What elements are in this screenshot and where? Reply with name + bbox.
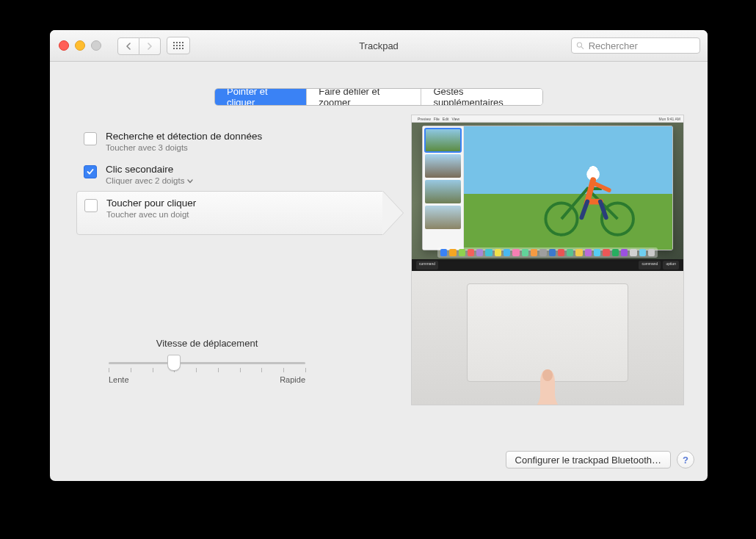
tab-0[interactable]: Pointer et cliquer <box>215 89 306 105</box>
dock-app-icon <box>504 249 510 256</box>
dock-app-icon <box>567 249 573 256</box>
keycap: command <box>416 261 438 270</box>
slider-min-label: Lente <box>109 375 129 384</box>
options-list: Recherche et détection de donnéesToucher… <box>76 125 383 235</box>
preview-desktop: PreviewFileEditView Mon 9:41 AM <box>412 115 683 259</box>
slider-tick <box>131 368 131 372</box>
dock-app-icon <box>594 249 600 256</box>
dock-app-icon <box>612 249 619 256</box>
tab-2[interactable]: Gestes supplémentaires <box>421 89 542 105</box>
option-checkbox-2[interactable] <box>84 199 98 212</box>
dock-app-icon <box>603 249 609 256</box>
dock-app-icon <box>558 249 564 256</box>
preview-photo-window <box>422 126 673 250</box>
dock-app-icon <box>485 249 492 256</box>
help-button[interactable]: ? <box>677 451 694 469</box>
preview-thumb <box>425 206 461 229</box>
search-field[interactable] <box>571 37 700 54</box>
finger-icon <box>531 366 564 405</box>
search-input[interactable] <box>587 40 695 52</box>
slider-line <box>109 362 305 364</box>
chevron-down-icon[interactable] <box>187 177 193 185</box>
zoom-window-button <box>91 40 101 51</box>
checkmark-icon <box>87 168 94 176</box>
content-area: Pointer et cliquerFaire défiler et zoome… <box>50 62 708 481</box>
traffic-lights <box>59 40 101 51</box>
gesture-preview: PreviewFileEditView Mon 9:41 AM <box>411 115 684 405</box>
option-row-1[interactable]: Clic secondaireCliquer avec 2 doigts <box>76 158 383 191</box>
slider-max-label: Rapide <box>280 375 305 384</box>
chevron-left-icon <box>126 43 131 50</box>
dock-app-icon <box>512 249 519 256</box>
slider-tick <box>196 368 197 372</box>
preview-thumb <box>425 154 461 178</box>
cyclist-icon <box>526 151 651 238</box>
tracking-speed-slider[interactable] <box>109 355 305 371</box>
preview-laptop-body <box>412 271 683 405</box>
dock-app-icon <box>639 249 646 256</box>
preview-thumb <box>425 129 461 152</box>
dock-app-icon <box>575 249 582 256</box>
preview-keyboard-row: commandcommandoption <box>412 259 683 271</box>
slider-knob[interactable] <box>167 355 181 371</box>
dock-app-icon <box>459 249 465 256</box>
option-checkbox-1[interactable] <box>84 165 97 178</box>
bottom-bar: Configurer le trackpad Bluetooth… ? <box>506 451 694 469</box>
svg-line-1 <box>581 47 584 49</box>
dock-app-icon <box>440 249 447 256</box>
dock-app-icon <box>531 249 537 256</box>
dock-app-icon <box>476 249 483 256</box>
slider-tick <box>240 368 241 372</box>
dock-app-icon <box>522 249 528 256</box>
option-title: Toucher pour cliquer <box>106 198 196 209</box>
dock-app-icon <box>495 249 501 256</box>
keycap: option <box>663 261 679 270</box>
slider-tick <box>261 368 262 372</box>
preferences-window: Trackpad Pointer et cliquerFaire défiler… <box>50 30 708 481</box>
tab-bar: Pointer et cliquerFaire défiler et zoome… <box>214 88 543 106</box>
option-checkbox-0[interactable] <box>84 132 97 145</box>
dock-app-icon <box>449 249 456 256</box>
titlebar: Trackpad <box>50 30 708 62</box>
preview-thumbnails <box>423 126 464 250</box>
dock-app-icon <box>539 249 546 256</box>
option-subtitle: Toucher avec 3 doigts <box>106 143 262 152</box>
dock-app-icon <box>549 249 556 256</box>
keycap: command <box>639 261 661 270</box>
dock-app-icon <box>585 249 592 256</box>
minimize-window-button[interactable] <box>75 40 85 51</box>
grid-icon <box>173 42 184 50</box>
preview-thumb <box>425 180 461 203</box>
dock-app-icon <box>468 249 474 256</box>
chevron-right-icon <box>147 43 153 50</box>
svg-point-0 <box>577 43 581 47</box>
slider-title: Vitesse de déplacement <box>109 338 305 349</box>
svg-point-5 <box>542 369 553 381</box>
nav-group <box>117 37 161 54</box>
preview-photo-main <box>464 126 672 250</box>
slider-tick <box>153 368 153 372</box>
back-button[interactable] <box>117 37 139 55</box>
configure-bluetooth-button[interactable]: Configurer le trackpad Bluetooth… <box>506 451 671 469</box>
tracking-speed-block: Vitesse de déplacement Lente Rapide <box>109 338 305 384</box>
option-subtitle: Toucher avec un doigt <box>106 210 196 219</box>
slider-tick <box>109 368 109 372</box>
tab-1[interactable]: Faire défiler et zoomer <box>306 89 421 105</box>
preview-dock <box>437 247 658 258</box>
option-row-0[interactable]: Recherche et détection de donnéesToucher… <box>76 125 383 158</box>
option-row-2[interactable]: Toucher pour cliquerToucher avec un doig… <box>76 191 383 235</box>
dock-app-icon <box>648 249 655 256</box>
dock-app-icon <box>621 249 628 256</box>
forward-button[interactable] <box>139 37 161 55</box>
dock-app-icon <box>630 249 636 256</box>
close-window-button[interactable] <box>59 40 69 51</box>
search-icon <box>576 41 584 50</box>
option-title: Clic secondaire <box>106 164 193 175</box>
slider-tick <box>218 368 219 372</box>
slider-tick <box>283 368 284 372</box>
option-title: Recherche et détection de données <box>106 131 262 142</box>
option-subtitle: Cliquer avec 2 doigts <box>106 176 193 185</box>
preview-menubar: PreviewFileEditView Mon 9:41 AM <box>412 115 683 123</box>
slider-labels: Lente Rapide <box>109 375 305 384</box>
show-all-button[interactable] <box>167 37 190 54</box>
